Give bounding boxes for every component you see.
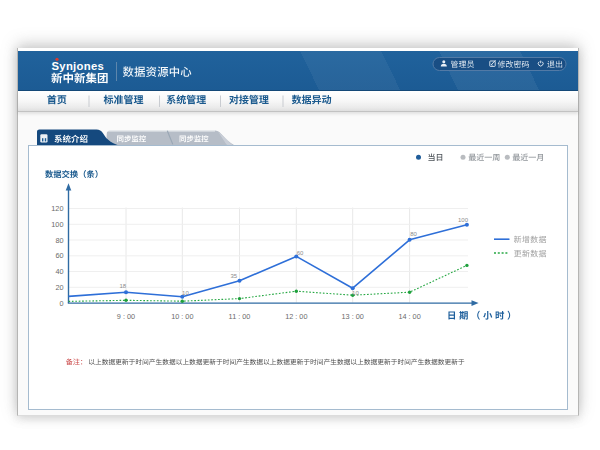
svg-text:100: 100 <box>51 220 63 229</box>
svg-text:80: 80 <box>55 236 63 245</box>
svg-text:Synjones: Synjones <box>52 60 105 72</box>
svg-text:10: 10 <box>352 290 359 296</box>
svg-text:60: 60 <box>55 251 63 260</box>
svg-text:120: 120 <box>51 204 63 213</box>
svg-text:100: 100 <box>458 217 469 223</box>
svg-text:10: 10 <box>182 290 189 296</box>
svg-text:20: 20 <box>55 283 63 292</box>
svg-text:12 : 00: 12 : 00 <box>285 312 307 321</box>
svg-text:11 : 00: 11 : 00 <box>229 312 251 321</box>
svg-text:60: 60 <box>297 250 304 256</box>
svg-text:0: 0 <box>59 299 63 308</box>
svg-text:14 : 00: 14 : 00 <box>398 312 420 321</box>
svg-text:35: 35 <box>230 273 237 279</box>
svg-text:10 : 00: 10 : 00 <box>171 312 193 321</box>
svg-text:13 : 00: 13 : 00 <box>342 312 364 321</box>
svg-text:18: 18 <box>119 283 126 289</box>
svg-text:80: 80 <box>410 231 417 237</box>
svg-text:9 : 00: 9 : 00 <box>117 312 135 321</box>
svg-text:40: 40 <box>55 267 63 276</box>
